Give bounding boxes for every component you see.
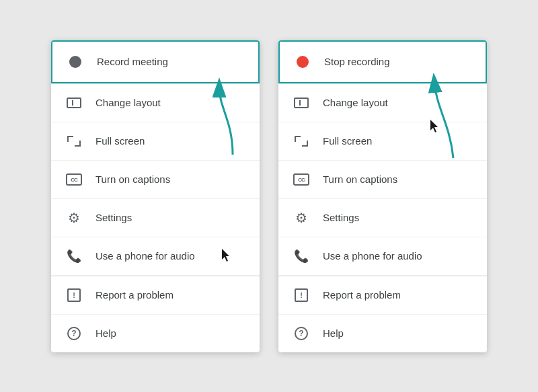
stop-record-icon (297, 56, 309, 68)
help-icon-container: ? (65, 324, 83, 343)
help-label-2: Help (323, 327, 344, 339)
phone-icon-container-2: 📞 (292, 247, 311, 266)
full-screen-label: Full screen (95, 135, 145, 147)
captions-item[interactable]: CC Turn on captions (51, 161, 260, 199)
captions-icon-2: CC (293, 173, 309, 186)
settings-item[interactable]: ⚙ Settings (51, 199, 260, 237)
record-icon (69, 56, 81, 68)
help-icon-2: ? (295, 327, 308, 340)
layout-icon-container (65, 93, 83, 112)
left-menu-panel: Record meeting Change layout Full screen (51, 40, 260, 352)
phone-icon-container: 📞 (65, 247, 83, 266)
captions-item-2[interactable]: CC Turn on captions (278, 161, 487, 199)
fullscreen-icon-container (65, 132, 83, 151)
settings-icon: ⚙ (68, 211, 80, 225)
left-panel-wrapper: Record meeting Change layout Full screen (51, 40, 260, 352)
change-layout-item[interactable]: Change layout (51, 84, 260, 122)
captions-icon-container-2: CC (292, 170, 311, 189)
phone-icon: 📞 (67, 249, 81, 264)
stop-record-icon-container (293, 52, 312, 71)
help-icon: ? (67, 327, 81, 340)
settings-icon-2: ⚙ (295, 211, 307, 225)
help-label: Help (95, 327, 116, 339)
panels-wrapper: Record meeting Change layout Full screen (51, 40, 487, 352)
settings-item-2[interactable]: ⚙ Settings (278, 199, 487, 237)
layout-icon-container-2 (292, 93, 311, 112)
phone-icon-2: 📞 (294, 249, 309, 264)
fullscreen-icon-2 (295, 136, 308, 147)
change-layout-item-2[interactable]: Change layout (278, 84, 487, 122)
fullscreen-icon-container-2 (292, 132, 311, 151)
record-meeting-item[interactable]: Record meeting (51, 40, 260, 83)
stop-recording-item[interactable]: Stop recording (278, 40, 487, 83)
phone-audio-label: Use a phone for audio (95, 250, 195, 262)
report-icon: ! (67, 288, 81, 302)
change-layout-label-2: Change layout (323, 97, 388, 108)
layout-icon-2 (294, 97, 309, 108)
report-problem-item[interactable]: ! Report a problem (51, 276, 260, 315)
phone-audio-item[interactable]: 📞 Use a phone for audio (51, 237, 260, 276)
right-menu-panel: Stop recording Change layout Full screen (278, 40, 487, 352)
report-icon-2: ! (295, 288, 308, 302)
settings-icon-container: ⚙ (65, 208, 83, 227)
report-problem-label: Report a problem (95, 289, 174, 301)
full-screen-item[interactable]: Full screen (51, 122, 260, 161)
help-item-2[interactable]: ? Help (278, 315, 487, 352)
help-item[interactable]: ? Help (51, 315, 260, 352)
change-layout-label: Change layout (95, 97, 161, 108)
fullscreen-icon (67, 136, 81, 147)
phone-audio-label-2: Use a phone for audio (323, 250, 422, 262)
full-screen-label-2: Full screen (323, 135, 372, 147)
captions-icon: CC (66, 173, 82, 186)
record-icon-container (66, 52, 85, 71)
settings-icon-container-2: ⚙ (292, 208, 311, 227)
report-problem-label-2: Report a problem (323, 289, 401, 301)
help-icon-container-2: ? (292, 324, 311, 343)
record-meeting-label: Record meeting (97, 56, 168, 67)
layout-icon (67, 97, 81, 108)
captions-label: Turn on captions (95, 173, 170, 185)
phone-audio-item-2[interactable]: 📞 Use a phone for audio (278, 237, 487, 276)
captions-icon-container: CC (65, 170, 83, 189)
settings-label-2: Settings (323, 212, 359, 223)
report-problem-item-2[interactable]: ! Report a problem (278, 276, 487, 315)
captions-label-2: Turn on captions (323, 173, 397, 185)
report-icon-container-2: ! (292, 286, 311, 305)
full-screen-item-2[interactable]: Full screen (278, 122, 487, 161)
stop-recording-label: Stop recording (324, 56, 390, 67)
settings-label: Settings (95, 212, 132, 223)
right-panel-wrapper: Stop recording Change layout Full screen (278, 40, 487, 352)
report-icon-container: ! (65, 286, 83, 305)
